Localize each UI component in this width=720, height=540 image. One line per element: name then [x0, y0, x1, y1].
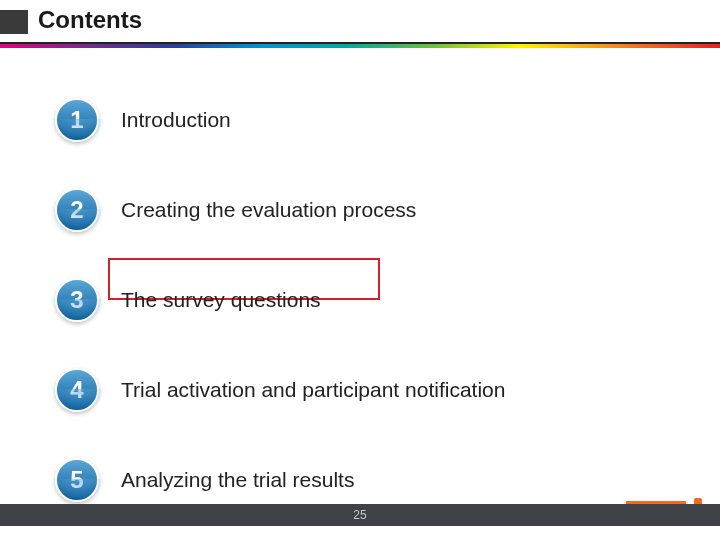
rainbow-stripe — [0, 44, 720, 48]
page-number: 25 — [353, 508, 366, 522]
number-badge-2: 2 — [55, 188, 99, 232]
contents-item-4: 4 Trial activation and participant notif… — [55, 345, 700, 435]
number-badge-1: 1 — [55, 98, 99, 142]
slide: Contents 1 Introduction 2 Creating the e… — [0, 0, 720, 540]
number-badge-3: 3 — [55, 278, 99, 322]
contents-label-5: Analyzing the trial results — [121, 468, 354, 492]
contents-item-3: 3 The survey questions — [55, 255, 700, 345]
contents-item-1: 1 Introduction — [55, 75, 700, 165]
number-badge-5: 5 — [55, 458, 99, 502]
contents-label-3: The survey questions — [121, 288, 321, 312]
footer-bar: 25 — [0, 504, 720, 526]
contents-list: 1 Introduction 2 Creating the evaluation… — [55, 75, 700, 525]
contents-item-2: 2 Creating the evaluation process — [55, 165, 700, 255]
header-accent-block — [0, 10, 28, 34]
contents-label-2: Creating the evaluation process — [121, 198, 416, 222]
number-badge-4: 4 — [55, 368, 99, 412]
contents-label-4: Trial activation and participant notific… — [121, 378, 505, 402]
contents-label-1: Introduction — [121, 108, 231, 132]
page-title: Contents — [38, 6, 142, 34]
